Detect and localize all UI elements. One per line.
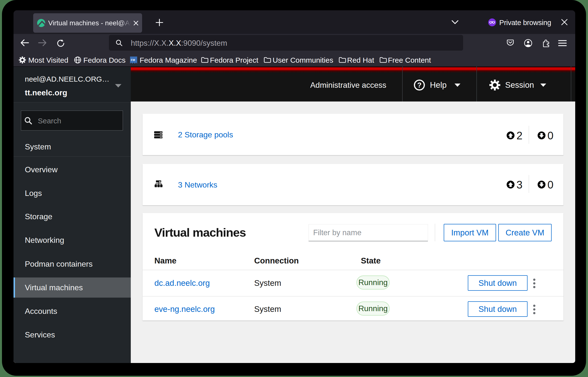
svg-text:FM: FM [131,58,135,61]
svg-text:?: ? [417,81,422,89]
